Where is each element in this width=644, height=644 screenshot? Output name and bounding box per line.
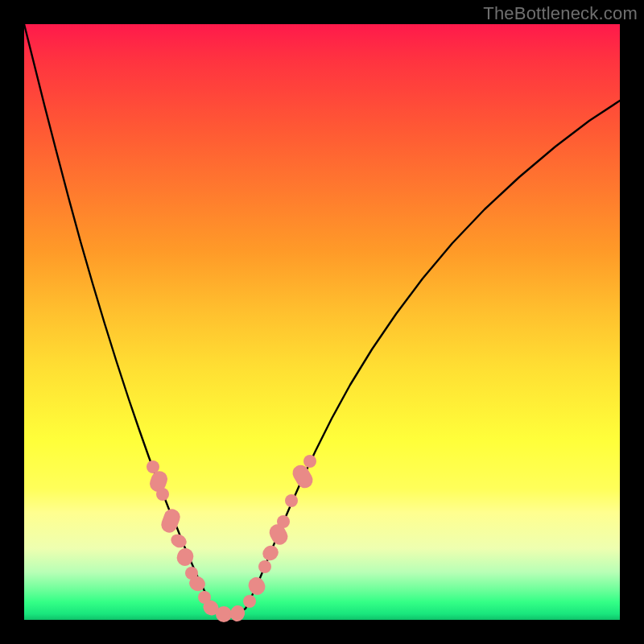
bead-17	[277, 515, 290, 528]
watermark-text: TheBottleneck.com	[483, 3, 638, 24]
bead-14	[258, 560, 271, 573]
bead-12	[243, 595, 256, 608]
bead-11	[229, 604, 247, 623]
bead-2	[156, 488, 169, 501]
bead-13	[246, 575, 268, 598]
bead-18	[285, 494, 298, 507]
plot-area	[24, 24, 620, 620]
bead-10	[216, 606, 232, 622]
bead-20	[303, 455, 316, 468]
bead-15	[260, 543, 281, 563]
chart-overlay	[24, 24, 620, 620]
bottleneck-curve	[24, 24, 620, 616]
curve-path	[24, 24, 620, 616]
data-beads	[147, 455, 316, 623]
chart-root: TheBottleneck.com	[0, 0, 644, 644]
